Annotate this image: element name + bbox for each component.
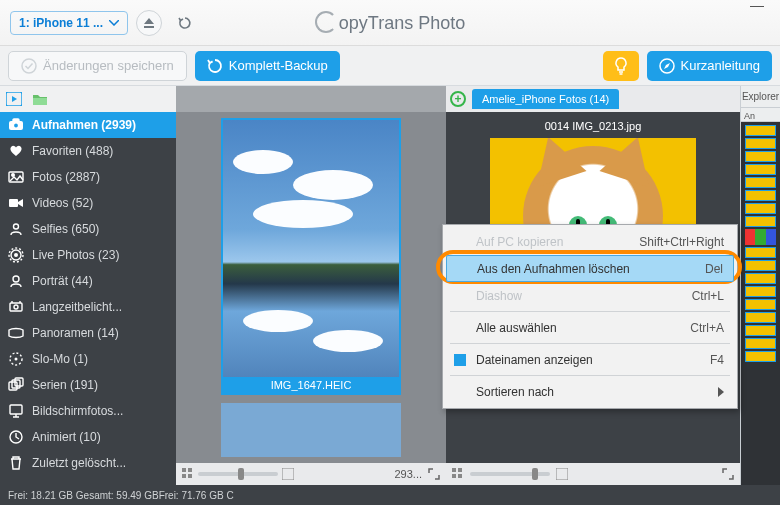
grid-small-icon[interactable] [452,468,464,480]
mini-thumb[interactable] [745,164,776,175]
sidebar-item-label: Animiert (10) [32,430,101,444]
grid-large-icon[interactable] [282,468,294,480]
sidebar-item-label: Slo-Mo (1) [32,352,88,366]
center-bottom-bar: 293... [176,463,446,485]
submenu-arrow-icon [718,387,724,397]
context-menu-label: Diashow [476,289,522,303]
compass-icon [659,58,675,74]
mini-thumb[interactable] [745,177,776,188]
context-menu-item[interactable]: Aus den Aufnahmen löschenDel [446,255,734,282]
svg-point-0 [22,59,36,73]
mini-thumb[interactable] [745,151,776,162]
svg-point-18 [15,358,18,361]
context-menu-shortcut: Ctrl+L [692,289,724,303]
pano-icon [8,325,24,341]
context-menu-item[interactable]: Auf PC kopierenShift+Ctrl+Right [446,228,734,255]
sidebar-item[interactable]: Slo-Mo (1) [0,346,176,372]
folder-tab-icon[interactable] [32,92,48,106]
tips-button[interactable] [603,51,639,81]
sidebar-item-label: Porträt (44) [32,274,93,288]
play-tab-icon[interactable] [6,92,22,106]
sidebar-item[interactable]: Porträt (44) [0,268,176,294]
explorer-thumbnails[interactable] [741,122,780,485]
mini-thumb[interactable] [745,190,776,201]
mini-thumb[interactable] [745,247,776,258]
expand-icon[interactable] [428,468,440,480]
zoom-track[interactable] [470,472,550,476]
check-circle-icon [21,58,37,74]
photo-icon [8,169,24,185]
context-menu[interactable]: Auf PC kopierenShift+Ctrl+RightAus den A… [442,224,738,409]
explorer-header[interactable]: Explorer [741,86,780,108]
expand-icon[interactable] [722,468,734,480]
svg-rect-28 [282,468,294,480]
sidebar-item[interactable]: Aufnahmen (2939) [0,112,176,138]
sidebar-item[interactable]: Langzeitbelicht... [0,294,176,320]
sidebar-item[interactable]: Live Photos (23) [0,242,176,268]
sidebar-item[interactable]: Favoriten (488) [0,138,176,164]
center-panel: IMG_1647.HEIC 293... [176,86,446,485]
mini-thumb[interactable] [745,312,776,323]
window-minimize-button[interactable] [750,6,764,7]
svg-rect-25 [188,468,192,472]
sidebar-item[interactable]: Panoramen (14) [0,320,176,346]
mini-thumb[interactable] [745,125,776,136]
context-menu-item[interactable]: Dateinamen anzeigenF4 [446,346,734,373]
context-menu-label: Sortieren nach [476,385,554,399]
svg-rect-3 [33,98,47,105]
refresh-button[interactable] [172,10,198,36]
status-right: Frei: 71.76 GB C [159,490,772,501]
device-selector[interactable]: 1: iPhone 11 ... [10,11,128,35]
right-bottom-bar [446,463,740,485]
grid-large-icon[interactable] [556,468,568,480]
sidebar-item[interactable]: Fotos (2887) [0,164,176,190]
svg-point-8 [12,174,15,177]
sidebar-item[interactable]: Videos (52) [0,190,176,216]
thumbnail-next[interactable] [221,403,401,457]
mini-thumb[interactable] [745,216,776,227]
save-changes-button[interactable]: Änderungen speichern [8,51,187,81]
quick-guide-label: Kurzanleitung [681,58,761,73]
full-backup-button[interactable]: Komplett-Backup [195,51,340,81]
sidebar-item[interactable]: Animiert (10) [0,424,176,450]
chevron-down-icon [109,20,119,26]
refresh-icon [207,58,223,74]
mini-thumb[interactable] [745,299,776,310]
mini-thumb[interactable] [745,260,776,271]
album-tab[interactable]: Amelie_iPhone Fotos (14) [472,89,619,109]
svg-point-14 [13,276,19,282]
mini-thumb[interactable] [745,273,776,284]
title-bar: 1: iPhone 11 ... opyTrans Photo [0,0,780,46]
thumbnail-selected[interactable]: IMG_1647.HEIC [221,118,401,395]
main-toolbar: Änderungen speichern Komplett-Backup Kur… [0,46,780,86]
sidebar-item-label: Fotos (2887) [32,170,100,184]
mini-thumb[interactable] [745,338,776,349]
mini-thumb[interactable] [745,203,776,214]
quick-guide-button[interactable]: Kurzanleitung [647,51,773,81]
eject-icon [143,17,155,29]
add-album-button[interactable]: + [450,91,466,107]
item-count: 293... [394,468,422,480]
thumbnail-area[interactable]: IMG_1647.HEIC [176,112,446,463]
context-menu-item[interactable]: DiashowCtrl+L [446,282,734,309]
sidebar-item[interactable]: Bildschirmfotos... [0,398,176,424]
mini-thumb[interactable] [745,351,776,362]
context-menu-label: Aus den Aufnahmen löschen [477,262,630,276]
eject-button[interactable] [136,10,162,36]
sidebar-item[interactable]: Selfies (650) [0,216,176,242]
context-menu-item[interactable]: Sortieren nach [446,378,734,405]
mini-thumb[interactable] [745,138,776,149]
device-label: 1: iPhone 11 ... [19,16,103,30]
mini-thumb[interactable] [745,325,776,336]
sidebar-item[interactable]: Zuletzt gelöscht... [0,450,176,476]
heart-icon [8,143,24,159]
sidebar-list[interactable]: Aufnahmen (2939)Favoriten (488)Fotos (28… [0,112,176,485]
sidebar-item-label: Langzeitbelicht... [32,300,122,314]
lightbulb-icon [614,57,628,75]
svg-rect-26 [182,474,186,478]
context-menu-item[interactable]: Alle auswählenCtrl+A [446,314,734,341]
grid-small-icon[interactable] [182,468,194,480]
sidebar-item[interactable]: Serien (191) [0,372,176,398]
mini-thumb[interactable] [745,286,776,297]
zoom-track[interactable] [198,472,278,476]
